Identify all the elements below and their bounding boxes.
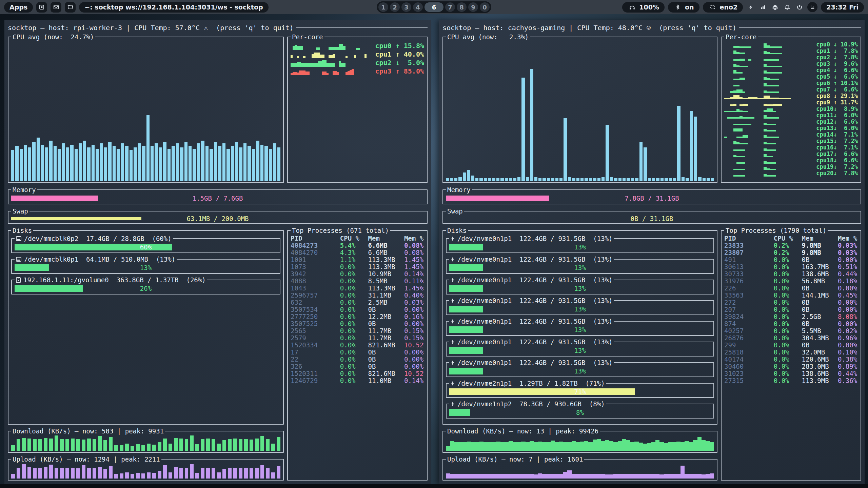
apps-button[interactable]: Apps <box>4 2 33 13</box>
chart-bar <box>767 175 770 177</box>
workspace-2[interactable]: 2 <box>390 2 400 12</box>
chart-bar <box>98 436 102 450</box>
chart-bar <box>244 439 248 450</box>
chart-bar <box>530 69 533 181</box>
process-cell: 2777250 <box>291 313 340 320</box>
process-table: PIDCPU %MemMem %40842735.4%6.6MB0.08%408… <box>291 235 424 384</box>
disk-entry-label: /dev/nvme0n1p1 122.4GB / 931.5GB (13%) <box>457 359 613 366</box>
core-label: cpu9 ↑ 31.7% <box>806 99 858 106</box>
chart-bar <box>764 129 767 131</box>
chart-bar <box>664 474 668 479</box>
chart-bar <box>15 146 18 181</box>
gauge: 13% <box>449 243 711 251</box>
notifications-bell-icon[interactable] <box>783 4 792 11</box>
volume-indicator[interactable]: 100% <box>622 2 665 13</box>
core-label: cpu8 ↓ 29.1% <box>806 93 858 99</box>
process-cell: 40257 <box>724 327 774 334</box>
chart-bar <box>767 96 770 99</box>
workspace-3[interactable]: 3 <box>401 2 411 12</box>
chart-bar <box>488 474 492 479</box>
monitor-app-icon[interactable] <box>807 2 817 12</box>
chart-bar <box>764 115 767 119</box>
disk-entry: /dev/nvme0n1p1 122.4GB / 931.5GB (13%)13… <box>446 297 714 315</box>
chart-bar <box>172 146 175 181</box>
workspace-8[interactable]: 8 <box>457 2 467 12</box>
process-row: 25650.0%11.7MB0.15% <box>291 327 424 334</box>
chart-bar <box>710 473 714 479</box>
network-indicator[interactable]: eno2 <box>703 2 743 13</box>
power-profile-icon[interactable] <box>746 4 755 11</box>
core-label: cpu2 ↓ 5.0% <box>370 59 424 67</box>
signal-bars-icon[interactable] <box>758 4 767 10</box>
chart-bar <box>559 178 563 181</box>
gauge: 63.1MB / 200.0MB <box>11 216 424 222</box>
window-icon[interactable] <box>36 2 47 13</box>
chart-bar <box>509 474 513 479</box>
core-label: cpu15↓ 7.2% <box>806 138 858 144</box>
core-row: cpu0 ↑ 15.8% <box>291 41 424 50</box>
chart-bar <box>513 178 516 181</box>
chart-bar <box>205 146 209 181</box>
chart-bar <box>580 474 584 479</box>
bluetooth-indicator[interactable]: on <box>668 2 699 13</box>
workspace-0[interactable]: 0 <box>480 2 490 12</box>
core-row: cpu2 ↓ 7.8% <box>724 54 858 61</box>
core-sparkline <box>724 75 803 80</box>
process-cell: 10.52% <box>404 370 424 377</box>
clock[interactable]: 23:32 Fri <box>821 2 864 13</box>
terminal-title-text: socktop — host: rpi-worker-3 | CPU Temp:… <box>8 24 294 32</box>
window-title[interactable]: ~: socktop ws://192.168.1.104:3031/ws - … <box>79 2 268 13</box>
process-cell: 1246729 <box>291 377 340 384</box>
workspace-6[interactable]: 6 <box>425 2 443 12</box>
workspace-1[interactable]: 1 <box>378 2 388 12</box>
chart-bar <box>685 441 689 451</box>
chart-bar <box>65 468 69 479</box>
process-cell: 1520334 <box>291 342 340 349</box>
chart-bar <box>146 115 150 181</box>
mail-icon[interactable] <box>51 2 61 13</box>
upload-chart <box>11 464 280 479</box>
process-cell: 0B <box>368 320 404 327</box>
process-cell: 0.0% <box>340 270 368 278</box>
core-label: cpu18↓ 6.6% <box>806 157 858 164</box>
chart-bar <box>567 470 571 479</box>
memory-box-title: Memory <box>11 186 37 194</box>
chart-bar <box>643 474 647 479</box>
nvme-bolt-icon <box>451 236 455 242</box>
layers-icon[interactable] <box>771 4 780 11</box>
chart-bar <box>730 97 733 99</box>
chart-bar <box>697 437 702 451</box>
bluetooth-state: on <box>685 3 694 11</box>
chart-bar <box>87 468 91 479</box>
chart-bar <box>739 78 743 80</box>
process-cell: 0.0% <box>774 342 802 349</box>
chart-bar <box>733 95 736 99</box>
power-icon[interactable] <box>795 4 804 10</box>
process-row: 307330.0%138.6MB0.44% <box>724 270 858 278</box>
upload-box: Upload (KB/s) — now: 1294 | peak: 2211 <box>8 455 284 481</box>
core-row: cpu9 ↑ 31.7% <box>724 99 858 106</box>
gauge: 7.8GB / 31.1GB <box>446 194 858 202</box>
chart-bar <box>572 441 576 451</box>
process-cell: 874 <box>724 320 774 327</box>
disk-entry: /dev/nvme0n1p1 122.4GB / 931.5GB (13%)13… <box>446 256 714 274</box>
workspace-9[interactable]: 9 <box>468 2 478 12</box>
process-cell: 4.3% <box>340 249 368 256</box>
chart-bar <box>659 442 664 451</box>
workspace-4[interactable]: 4 <box>413 2 423 12</box>
core-label: cpu12↓ 6.6% <box>806 118 858 125</box>
chart-bar <box>277 147 280 181</box>
chart-bar <box>44 438 47 451</box>
process-cell: 5.5MB <box>802 327 838 334</box>
process-cell: 163.7MB <box>802 263 838 270</box>
chart-bar <box>266 439 270 450</box>
process-cell: 304.3MB <box>802 334 838 342</box>
gauge-label: 8% <box>449 408 711 416</box>
chart-bar <box>233 468 237 479</box>
column-header: PID <box>291 235 340 242</box>
workspace-7[interactable]: 7 <box>445 2 455 12</box>
process-cell: 0B <box>802 342 838 349</box>
files-icon[interactable] <box>65 2 76 13</box>
workspace-switcher: 123467890 <box>377 1 491 13</box>
chart-bar <box>152 473 156 479</box>
